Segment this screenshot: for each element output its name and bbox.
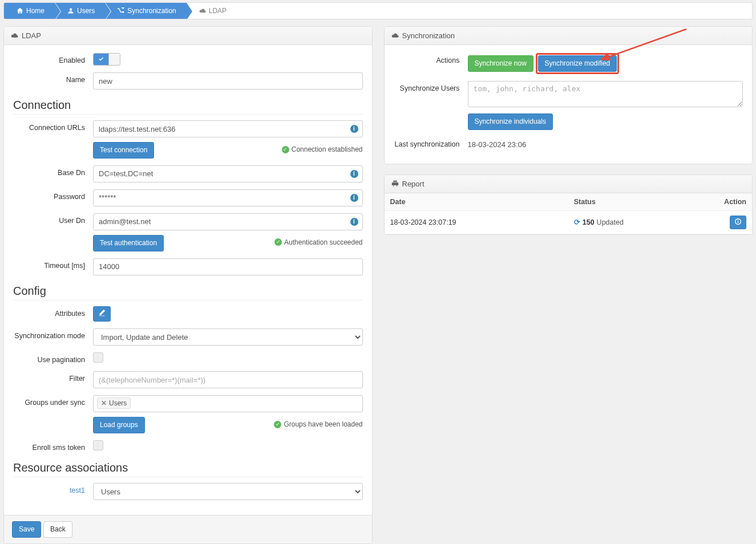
sync-users-textarea[interactable] bbox=[468, 81, 743, 107]
info-icon bbox=[735, 218, 741, 225]
attributes-label: Attributes bbox=[13, 306, 93, 318]
breadcrumb-home-label: Home bbox=[26, 7, 45, 15]
sync-panel-heading: Synchronization bbox=[385, 27, 753, 45]
row-count: 150 bbox=[583, 218, 595, 226]
col-date-header: Date bbox=[385, 193, 568, 211]
base-dn-label: Base Dn bbox=[13, 165, 93, 177]
col-action-header: Action bbox=[697, 193, 752, 211]
last-sync-value: 18-03-2024 23:06 bbox=[468, 140, 527, 149]
breadcrumb-ldap: LDAP bbox=[187, 3, 237, 19]
row-date: 18-03-2024 23:07:19 bbox=[385, 210, 568, 234]
ldap-panel-footer: Save Back bbox=[4, 515, 372, 543]
resource-section-title: Resource associations bbox=[13, 461, 363, 477]
last-sync-label: Last synchronization bbox=[394, 137, 468, 148]
sync-individuals-button[interactable]: Synchronize individuals bbox=[468, 113, 553, 130]
ldap-panel-heading: LDAP bbox=[4, 27, 372, 45]
svg-rect-2 bbox=[738, 221, 738, 222]
conn-urls-input[interactable] bbox=[93, 120, 363, 137]
breadcrumb: Home Users Synchronization LDAP bbox=[3, 2, 753, 19]
use-pagination-label: Use pagination bbox=[13, 352, 93, 364]
breadcrumb-home[interactable]: Home bbox=[4, 3, 55, 19]
table-row: 18-03-2024 23:07:19 ⟳ 150 Updated bbox=[385, 210, 753, 234]
check-circle-icon: ✓ bbox=[274, 238, 282, 246]
config-section-title: Config bbox=[13, 285, 363, 301]
report-panel-title: Report bbox=[402, 180, 425, 188]
check-icon bbox=[98, 56, 104, 63]
sync-panel-title: Synchronization bbox=[402, 31, 455, 40]
test-auth-button[interactable]: Test authentication bbox=[93, 235, 164, 251]
remove-tag-icon[interactable]: ✕ bbox=[101, 399, 107, 407]
info-icon[interactable]: i bbox=[350, 125, 358, 133]
enroll-sms-label: Enroll sms token bbox=[13, 440, 93, 452]
row-status: ⟳ 150 Updated bbox=[574, 218, 692, 226]
edit-icon bbox=[98, 309, 106, 316]
row-info-button[interactable] bbox=[730, 216, 746, 230]
breadcrumb-users[interactable]: Users bbox=[55, 3, 105, 19]
breadcrumb-users-label: Users bbox=[77, 7, 95, 15]
password-label: Password bbox=[13, 189, 93, 201]
groups-tag-input[interactable]: ✕Users bbox=[93, 395, 363, 412]
user-icon bbox=[67, 7, 74, 14]
info-icon[interactable]: i bbox=[350, 170, 358, 178]
filter-input[interactable] bbox=[93, 371, 363, 388]
use-pagination-checkbox[interactable] bbox=[93, 352, 103, 363]
ldap-panel: LDAP Enabled Name bbox=[3, 26, 373, 544]
user-dn-input[interactable] bbox=[93, 213, 363, 230]
test-connection-button[interactable]: Test connection bbox=[93, 142, 154, 159]
enroll-sms-checkbox[interactable] bbox=[93, 440, 103, 450]
timeout-label: Timeout [ms] bbox=[13, 258, 93, 270]
groups-label: Groups under sync bbox=[13, 395, 93, 407]
svg-rect-3 bbox=[738, 220, 738, 220]
check-circle-icon: ✓ bbox=[282, 146, 289, 153]
ldap-panel-title: LDAP bbox=[22, 31, 41, 40]
sync-mode-label: Synchronization mode bbox=[13, 328, 93, 340]
load-groups-button[interactable]: Load groups bbox=[93, 417, 145, 433]
sync-now-button[interactable]: Synchronize now bbox=[468, 55, 533, 72]
groups-loaded-status: ✓Groups have been loaded bbox=[274, 420, 362, 428]
sync-modified-button[interactable]: Synchronize modified bbox=[538, 55, 617, 72]
enabled-label: Enabled bbox=[13, 53, 93, 64]
sync-mode-select[interactable]: Import, Update and Delete bbox=[93, 328, 363, 346]
edit-attributes-button[interactable] bbox=[93, 306, 111, 322]
back-button[interactable]: Back bbox=[43, 521, 72, 538]
print-icon bbox=[391, 180, 399, 188]
cloud-icon bbox=[391, 32, 399, 39]
base-dn-input[interactable] bbox=[93, 165, 363, 182]
actions-label: Actions bbox=[394, 53, 468, 64]
col-status-header: Status bbox=[568, 193, 697, 211]
home-icon bbox=[17, 7, 23, 14]
refresh-icon: ⟳ bbox=[574, 218, 580, 226]
conn-urls-label: Connection URLs bbox=[13, 120, 93, 132]
name-label: Name bbox=[13, 72, 93, 84]
sync-users-label: Synchronize Users bbox=[394, 81, 468, 92]
sync-panel: Synchronization Actions Synchronize now … bbox=[384, 26, 753, 164]
enabled-toggle[interactable] bbox=[93, 53, 120, 66]
row-status-text: Updated bbox=[597, 218, 624, 226]
breadcrumb-sync[interactable]: Synchronization bbox=[105, 3, 186, 19]
info-icon[interactable]: i bbox=[350, 194, 358, 202]
test1-select[interactable]: Users bbox=[93, 483, 363, 500]
save-button[interactable]: Save bbox=[12, 521, 41, 538]
test1-link[interactable]: test1 bbox=[70, 486, 85, 494]
cloud-icon bbox=[11, 32, 18, 39]
group-tag[interactable]: ✕Users bbox=[97, 397, 131, 409]
password-input[interactable] bbox=[93, 189, 363, 206]
report-panel-heading: Report bbox=[385, 175, 753, 193]
user-dn-label: User Dn bbox=[13, 213, 93, 225]
cloud-icon bbox=[199, 7, 206, 14]
report-panel: Report Date Status Action 18-03-2024 23:… bbox=[384, 174, 753, 236]
check-circle-icon: ✓ bbox=[274, 421, 281, 428]
filter-label: Filter bbox=[13, 371, 93, 383]
conn-established-status: ✓Connection established bbox=[282, 145, 363, 153]
report-table: Date Status Action 18-03-2024 23:07:19 ⟳… bbox=[385, 193, 753, 235]
name-input[interactable] bbox=[93, 72, 363, 90]
highlight-annotation: Synchronize modified bbox=[536, 53, 620, 74]
breadcrumb-sync-label: Synchronization bbox=[127, 7, 176, 15]
info-icon[interactable]: i bbox=[350, 218, 358, 226]
shuffle-icon bbox=[118, 7, 124, 14]
auth-succeeded-status: ✓Authentication succeeded bbox=[274, 238, 362, 246]
timeout-input[interactable] bbox=[93, 258, 363, 275]
connection-section-title: Connection bbox=[13, 99, 363, 115]
breadcrumb-ldap-label: LDAP bbox=[209, 7, 227, 15]
